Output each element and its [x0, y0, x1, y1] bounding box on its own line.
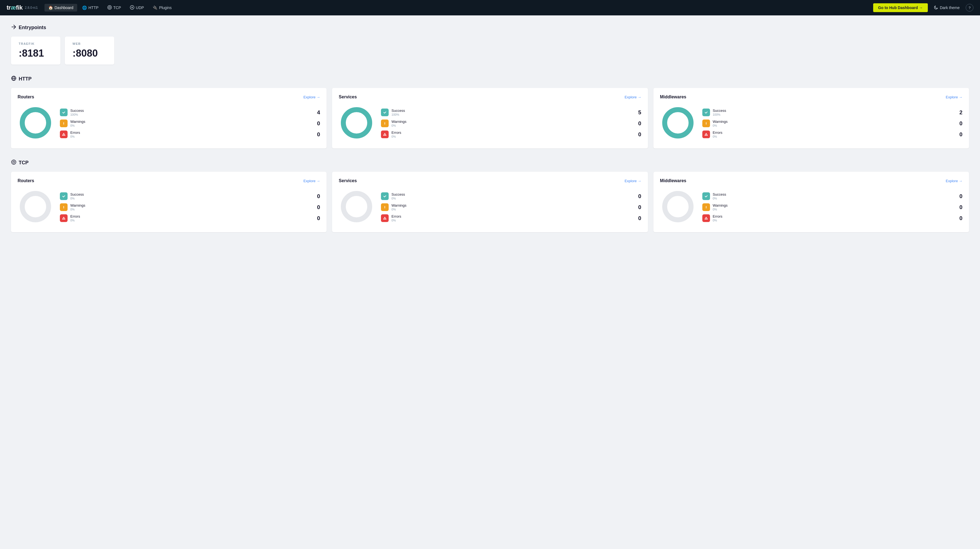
- badge-error: [60, 130, 68, 138]
- nav-dashboard[interactable]: 🏠 Dashboard: [45, 4, 78, 11]
- tcp-card-1-title: Services: [339, 178, 357, 183]
- dark-theme-label: Dark theme: [940, 5, 960, 10]
- tcp-card-0: Routers Explore → Success 0% 0 Warnings: [11, 172, 326, 232]
- stat-row-warning: Warnings 0% 0: [381, 203, 641, 211]
- tcp-card-0-donut: [18, 189, 53, 226]
- http-card-0: Routers Explore → Success 100% 4 Warn: [11, 88, 326, 148]
- tcp-card-0-explore[interactable]: Explore →: [304, 179, 320, 183]
- stat-label-warning: Warnings: [713, 119, 953, 124]
- http-card-2-donut: [660, 105, 696, 142]
- tcp-card-1: Services Explore → Success 0% 0 Warnings: [332, 172, 648, 232]
- http-card-1: Services Explore → Success 100% 5 War: [332, 88, 648, 148]
- badge-success: [60, 108, 68, 116]
- stat-pct-error: 0%: [713, 135, 953, 138]
- badge-warning: [381, 203, 389, 211]
- stat-value-error: 0: [635, 131, 641, 138]
- badge-error: [381, 130, 389, 138]
- stat-pct-warning: 0%: [391, 208, 632, 211]
- stat-pct-success: 100%: [713, 113, 953, 116]
- http-card-1-explore[interactable]: Explore →: [625, 95, 641, 99]
- stat-value-success: 4: [313, 109, 320, 116]
- badge-success: [381, 108, 389, 116]
- http-cards-grid: Routers Explore → Success 100% 4 Warn: [11, 88, 969, 148]
- tcp-card-2-explore[interactable]: Explore →: [946, 179, 963, 183]
- stat-value-error: 0: [956, 131, 963, 138]
- entrypoints-grid: TRAEFIK :8181 WEB :8080: [11, 37, 969, 65]
- entrypoints-header: Entrypoints: [11, 24, 969, 31]
- stat-pct-warning: 0%: [713, 208, 953, 211]
- nav-http[interactable]: 🌐 HTTP: [78, 4, 102, 11]
- help-icon[interactable]: ?: [966, 4, 974, 11]
- stat-pct-error: 0%: [713, 219, 953, 222]
- stat-pct-error: 0%: [70, 219, 311, 222]
- svg-point-14: [27, 198, 44, 215]
- stat-value-error: 0: [956, 215, 963, 221]
- stat-label-success: Success: [713, 108, 953, 113]
- entrypoint-traefik: TRAEFIK :8181: [11, 37, 60, 65]
- entrypoint-traefik-port: :8181: [19, 48, 53, 59]
- stat-label-success: Success: [713, 193, 953, 197]
- http-card-0-donut: [18, 105, 53, 142]
- entrypoints-title: Entrypoints: [19, 25, 46, 30]
- http-section-header: HTTP: [11, 76, 969, 83]
- navbar: træfik 2.8.0-rc1 🏠 Dashboard 🌐 HTTP TCP …: [0, 0, 980, 15]
- svg-point-11: [11, 160, 16, 164]
- stat-value-warning: 0: [956, 120, 963, 127]
- badge-error: [60, 214, 68, 222]
- stat-pct-warning: 0%: [713, 124, 953, 127]
- stat-label-error: Errors: [70, 214, 311, 219]
- stat-label-warning: Warnings: [391, 203, 632, 208]
- http-card-1-title: Services: [339, 94, 357, 99]
- stat-row-warning: Warnings 0% 0: [60, 203, 320, 211]
- tcp-card-0-stats: Success 0% 0 Warnings 0% 0 Errors 0% 0: [60, 193, 320, 222]
- tcp-card-1-stats: Success 0% 0 Warnings 0% 0 Errors 0% 0: [381, 193, 641, 222]
- http-card-0-stats: Success 100% 4 Warnings 0% 0 Errors 0% 0: [60, 108, 320, 138]
- hub-dashboard-button[interactable]: Go to Hub Dashboard →: [873, 3, 928, 12]
- stat-row-error: Errors 0% 0: [381, 214, 641, 222]
- nav-plugins[interactable]: 🔌 Plugins: [149, 4, 175, 11]
- nav-udp-label: UDP: [136, 5, 144, 10]
- udp-icon: [130, 5, 134, 10]
- tcp-card-1-explore[interactable]: Explore →: [625, 179, 641, 183]
- stat-row-warning: Warnings 0% 0: [381, 119, 641, 127]
- moon-icon: [934, 5, 938, 10]
- stat-label-warning: Warnings: [713, 203, 953, 208]
- tcp-card-1-donut: [339, 189, 374, 226]
- tcp-card-2-donut: [660, 189, 696, 226]
- stat-value-success: 5: [635, 109, 641, 116]
- svg-point-12: [13, 161, 15, 163]
- http-card-2-explore[interactable]: Explore →: [946, 95, 963, 99]
- entrypoints-section: Entrypoints TRAEFIK :8181 WEB :8080: [11, 24, 969, 65]
- stat-value-warning: 0: [635, 120, 641, 127]
- stat-value-success: 0: [635, 193, 641, 199]
- http-card-1-donut: [339, 105, 374, 142]
- badge-error: [702, 130, 710, 138]
- stat-row-success: Success 0% 0: [381, 193, 641, 200]
- dark-theme-button[interactable]: Dark theme: [931, 3, 963, 12]
- svg-point-16: [348, 198, 365, 215]
- stat-pct-warning: 0%: [70, 124, 311, 127]
- http-card-0-explore[interactable]: Explore →: [304, 95, 320, 99]
- nav-dashboard-label: Dashboard: [55, 5, 73, 10]
- entrypoint-web-name: WEB: [73, 42, 107, 45]
- logo: træfik 2.8.0-rc1: [6, 4, 38, 11]
- stat-pct-success: 0%: [713, 197, 953, 200]
- nav-udp[interactable]: UDP: [126, 3, 148, 12]
- stat-value-error: 0: [635, 215, 641, 221]
- version-badge: 2.8.0-rc1: [25, 6, 38, 10]
- badge-warning: [60, 203, 68, 211]
- nav-tcp[interactable]: TCP: [103, 3, 125, 12]
- stat-label-error: Errors: [391, 130, 632, 135]
- tcp-card-0-title: Routers: [18, 178, 34, 183]
- stat-label-warning: Warnings: [70, 203, 311, 208]
- nav-right: Go to Hub Dashboard → Dark theme ?: [873, 3, 974, 12]
- http-card-1-stats: Success 100% 5 Warnings 0% 0 Errors 0% 0: [381, 108, 641, 138]
- tcp-card-2: Middlewares Explore → Success 0% 0 Warni…: [654, 172, 969, 232]
- stat-row-success: Success 0% 0: [60, 193, 320, 200]
- http-section-icon: [11, 76, 16, 83]
- entrypoint-web: WEB :8080: [65, 37, 114, 65]
- http-card-0-title: Routers: [18, 94, 34, 99]
- stat-row-warning: Warnings 0% 0: [702, 119, 963, 127]
- stat-value-warning: 0: [313, 120, 320, 127]
- nav-tcp-label: TCP: [113, 5, 121, 10]
